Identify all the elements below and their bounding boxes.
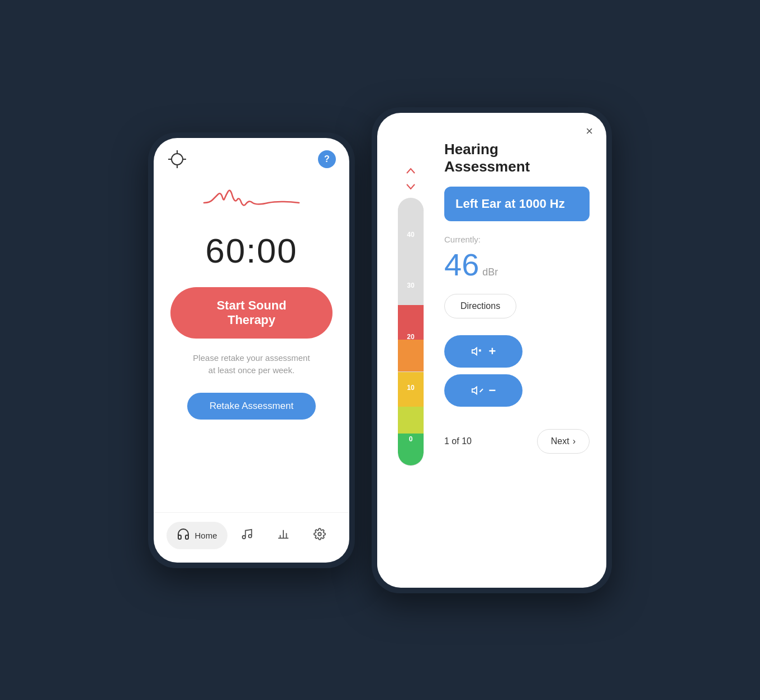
phone-header: ?	[154, 138, 349, 175]
volume-up-button[interactable]: +	[444, 335, 522, 368]
reminder-text: Please retake your assessmentat least on…	[193, 352, 310, 377]
frequency-button[interactable]: Left Ear at 1000 Hz	[444, 187, 590, 221]
chevron-right-icon: ›	[573, 436, 576, 446]
svg-point-0	[172, 154, 183, 165]
meter-label-40: 40	[407, 231, 414, 239]
volume-down-button[interactable]: −	[444, 374, 522, 407]
volume-up-label: +	[489, 344, 496, 359]
volume-controls: + −	[444, 335, 590, 407]
svg-marker-12	[472, 347, 476, 355]
svg-marker-15	[472, 387, 476, 394]
meter-label-20: 20	[407, 333, 414, 341]
svg-point-11	[319, 532, 322, 536]
nav-chart[interactable]	[267, 522, 300, 549]
right-phone-inner: ×	[377, 113, 606, 588]
retake-assessment-button[interactable]: Retake Assessment	[187, 393, 316, 420]
meter-track: 40 30 20 10 0	[398, 198, 424, 466]
currently-label: Currently:	[444, 235, 590, 244]
db-number: 46	[444, 246, 479, 283]
meter-label-0: 0	[409, 435, 413, 443]
nav-music[interactable]	[231, 522, 263, 549]
volume-down-label: −	[489, 383, 496, 398]
left-phone: ? 60:00 Start Sound Therapy Please retak…	[148, 132, 355, 568]
headphones-icon	[177, 527, 190, 544]
music-icon	[241, 528, 253, 543]
close-button[interactable]: ×	[586, 124, 593, 139]
help-button[interactable]: ?	[318, 150, 336, 168]
footer-row: 1 of 10 Next ›	[444, 423, 590, 454]
meter-label-10: 10	[407, 384, 414, 392]
app-container: ? 60:00 Start Sound Therapy Please retak…	[148, 107, 612, 593]
next-button[interactable]: Next ›	[537, 429, 590, 454]
right-content: Hearing Assessment Left Ear at 1000 Hz C…	[433, 130, 590, 571]
assessment-title: Hearing Assessment	[444, 141, 590, 175]
svg-line-16	[479, 389, 483, 392]
meter-label-30: 30	[407, 282, 414, 289]
db-reading: 46 dBr	[444, 246, 590, 283]
svg-point-6	[249, 534, 252, 537]
phone-content: 60:00 Start Sound Therapy Please retake …	[154, 175, 349, 512]
svg-point-5	[243, 535, 246, 539]
meter-column: 40 30 20 10 0	[388, 130, 433, 571]
db-unit: dBr	[482, 266, 498, 278]
meter-arrows	[402, 163, 419, 194]
start-sound-therapy-button[interactable]: Start Sound Therapy	[170, 287, 332, 339]
bottom-nav: Home	[154, 512, 349, 563]
page-count: 1 of 10	[444, 436, 472, 446]
directions-button[interactable]: Directions	[444, 294, 516, 318]
nav-home-label: Home	[194, 531, 217, 540]
timer-display: 60:00	[205, 231, 297, 270]
nav-home[interactable]: Home	[167, 522, 227, 549]
waveform-icon	[201, 186, 302, 220]
bar-chart-icon	[277, 528, 289, 543]
crosshair-icon	[167, 149, 187, 169]
right-phone: ×	[372, 107, 612, 593]
nav-settings[interactable]	[303, 522, 336, 549]
left-phone-inner: ? 60:00 Start Sound Therapy Please retak…	[154, 138, 349, 563]
settings-icon	[314, 528, 326, 543]
